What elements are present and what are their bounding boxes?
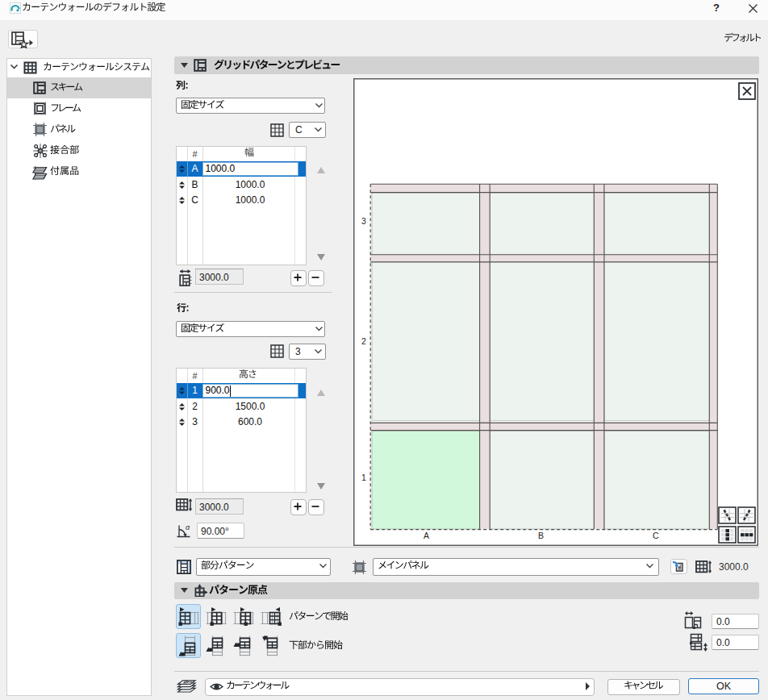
svg-text:A: A: [424, 531, 429, 540]
svg-text:3: 3: [361, 216, 366, 226]
svg-text:1: 1: [361, 473, 366, 482]
svg-text:2: 2: [361, 336, 366, 346]
svg-text:C: C: [653, 531, 659, 540]
svg-text:B: B: [538, 531, 544, 540]
svg-text:α: α: [186, 524, 190, 531]
